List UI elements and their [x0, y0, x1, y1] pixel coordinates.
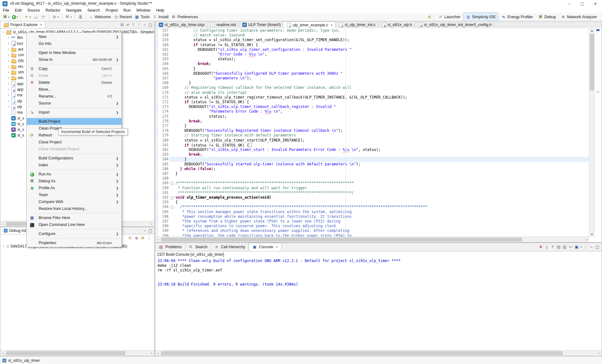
perspective-debug-perspective[interactable]: ӜDebug — [536, 13, 557, 21]
context-menu-item-configure[interactable]: Configure❯ — [27, 230, 121, 237]
line-number[interactable]: 163 — [159, 57, 169, 62]
scrollbar-thumb[interactable] — [161, 351, 563, 355]
chevron-icon[interactable]: › — [7, 70, 10, 74]
scroll-right-icon[interactable]: › — [584, 237, 589, 242]
context-menu-item-rename[interactable]: Rename...F2 — [27, 93, 121, 100]
tree-item[interactable]: ›app — [7, 87, 24, 92]
editor-tab[interactable]: sl_si91x_ulp_timer_init_timer0_config.h — [415, 21, 494, 28]
line-number[interactable]: 164 — [159, 62, 169, 66]
context-menu-item-go-into[interactable]: Go Into — [27, 40, 121, 47]
line-number[interactable]: 177 — [159, 124, 169, 128]
menu-navigate[interactable]: Navigate — [63, 8, 85, 13]
overview-mark[interactable] — [596, 29, 599, 31]
fold-collapse-icon[interactable]: − — [170, 206, 174, 209]
tree-item[interactable]: ›Incl — [7, 41, 23, 46]
minimize-icon[interactable]: – — [589, 244, 594, 249]
preferences-button[interactable]: ⚙Preferences — [170, 13, 199, 20]
menu-run[interactable]: Run — [121, 8, 133, 13]
code-line[interactable]: // Registering timeout callback for the … — [175, 85, 589, 90]
editor-tab[interactable]: sl_ulp_timer_init.c — [336, 21, 378, 28]
close-button[interactable]: ✕ — [589, 0, 602, 8]
menu-source[interactable]: Source — [24, 8, 43, 13]
context-menu-item-copy[interactable]: ⧉CopyCtrl+C — [27, 65, 121, 72]
menu-refactor[interactable]: Refactor — [43, 8, 63, 13]
scrollbar-thumb[interactable] — [161, 238, 522, 242]
tree-item[interactable]: ›ulp — [7, 98, 22, 104]
tools-button[interactable]: ▦Tools — [133, 13, 151, 20]
maximize-button[interactable]: ▢ — [576, 0, 589, 8]
fold-collapse-icon[interactable]: − — [170, 196, 174, 200]
tree-item[interactable]: ›wis — [7, 75, 24, 81]
line-number[interactable]: 196 — [159, 214, 169, 219]
tab-search[interactable]: ⚲Search — [185, 243, 211, 251]
tree-item[interactable]: sl_s — [7, 115, 24, 121]
line-number[interactable]: 199 — [159, 228, 169, 233]
code-line[interactable]: * references and shutting down unnecessa… — [175, 228, 589, 233]
line-number[interactable]: 190 — [159, 186, 169, 190]
code-line[interactable]: } — [175, 171, 589, 176]
chevron-icon[interactable]: › — [7, 59, 10, 63]
code-line[interactable]: "Error Code : %lu \n", — [175, 52, 589, 57]
chevron-icon[interactable]: › — [7, 53, 10, 57]
editor-tab[interactable]: sl_si91x_ulp.h — [379, 21, 415, 28]
chevron-icon[interactable]: › — [7, 76, 10, 80]
chevron-icon[interactable]: › — [7, 42, 10, 46]
scrollbar-thumb[interactable] — [590, 34, 594, 90]
code-line[interactable]: DEBUGOUT("Successfully Registered timer … — [175, 128, 589, 133]
tree-item[interactable]: ›ma — [7, 92, 22, 98]
context-menu-item-import[interactable]: ⇘Import❯ — [27, 109, 121, 116]
code-line[interactable]: // match-value: 1second — [175, 33, 589, 38]
context-menu-item-profile-as[interactable]: ◉Profile As❯ — [27, 185, 121, 191]
context-menu-item-show-in[interactable]: Show InAlt+Shift+W❯ — [27, 56, 121, 63]
code-line[interactable]: break; — [175, 152, 589, 157]
tree-item[interactable]: sl_s — [7, 132, 24, 138]
scroll-right-icon[interactable]: › — [596, 351, 602, 356]
fold-collapse-icon[interactable]: − — [170, 182, 174, 185]
context-menu-item-index[interactable]: Index❯ — [27, 162, 121, 169]
line-number[interactable]: 197 — [159, 219, 169, 224]
chevron-icon[interactable]: › — [2, 30, 5, 34]
close-icon[interactable]: ✕ — [40, 23, 42, 26]
line-number[interactable]: 169 — [159, 85, 169, 90]
code-line[interactable]: DEBUGOUT("sl_si91x_ulp_timer_set_configu… — [175, 47, 589, 52]
line-number[interactable]: 157 — [159, 28, 169, 33]
line-number[interactable]: 178 — [159, 128, 169, 133]
recent-button[interactable]: ◷Recent — [112, 13, 133, 20]
context-menu-item-close-project[interactable]: Close Project — [27, 139, 121, 146]
line-number[interactable]: 160 — [159, 43, 169, 47]
context-menu-item-properties[interactable]: PropertiesAlt+Enter — [27, 239, 121, 246]
menu-edit[interactable]: Edit — [12, 8, 24, 13]
line-number[interactable]: 195 — [159, 210, 169, 214]
code-line[interactable]: break; — [175, 119, 589, 124]
line-number[interactable]: 165 — [159, 67, 169, 71]
tree-item[interactable]: ›ulp — [7, 104, 22, 110]
line-number[interactable]: 174 — [159, 109, 169, 114]
pin-console-icon[interactable]: ▤ — [556, 244, 561, 249]
perspective-network-analyzer[interactable]: ⋔Network Analyzer — [559, 13, 599, 21]
code-line[interactable]: break; — [175, 62, 589, 66]
context-menu-item-source[interactable]: Source❯ — [27, 100, 121, 107]
scroll-left-icon[interactable]: ‹ — [0, 351, 6, 356]
skip-breakpoints-button[interactable]: ⊘▾ — [51, 13, 60, 20]
chevron-icon[interactable]: › — [7, 36, 10, 40]
line-number[interactable]: 182 — [159, 147, 169, 152]
code-line[interactable]: *specific operations to conserve power. … — [175, 224, 589, 228]
chevron-icon[interactable]: › — [7, 47, 10, 51]
view-menu-icon[interactable]: ⋮ — [583, 244, 588, 249]
context-menu-item-build-configurations[interactable]: Build Configurations❯ — [27, 155, 121, 162]
scroll-to-bottom-icon[interactable]: ⤓ — [544, 244, 549, 249]
display-selected-console-icon[interactable]: ▥ — [562, 244, 567, 249]
scroll-down-icon[interactable]: ▼ — [589, 232, 595, 237]
line-number[interactable]: 192 — [159, 195, 169, 200]
code-line[interactable]: } — [175, 157, 589, 162]
chevron-icon[interactable]: › — [7, 88, 10, 91]
code-line[interactable] — [175, 176, 589, 181]
editor-vscrollbar[interactable]: ▲ ▼ — [589, 28, 595, 237]
view-menu-icon[interactable]: ⋮ — [147, 236, 152, 241]
code-line[interactable]: } while (false); — [175, 167, 589, 171]
code-line[interactable]: status = sl_si91x_ulp_timer_set_configur… — [175, 38, 589, 42]
line-number[interactable]: 185 — [159, 162, 169, 167]
menu-project[interactable]: Project — [103, 8, 121, 13]
tree-item[interactable]: ›app — [7, 81, 24, 87]
flash-programmer-button[interactable]: ⇶ — [77, 13, 83, 20]
